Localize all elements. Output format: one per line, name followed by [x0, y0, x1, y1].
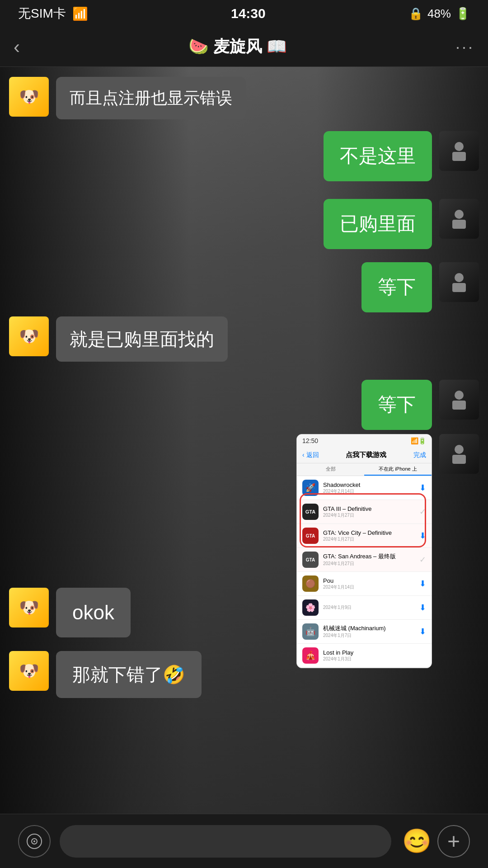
sc-tabs: 全部 不在此 iPhone 上	[297, 463, 432, 476]
message-row: 不是这里	[0, 126, 488, 187]
battery-icon: 🔋	[455, 7, 470, 21]
sc-title: 点我下载游戏	[346, 451, 386, 459]
svg-point-6	[455, 391, 464, 400]
sc-tab-all: 全部	[297, 463, 364, 476]
message-bubble: 而且点注册也显示错误	[56, 77, 246, 119]
svg-point-12	[33, 840, 35, 842]
avatar: 🐶	[9, 77, 49, 117]
status-time: 14:30	[231, 6, 266, 21]
avatar: 🐶	[9, 588, 49, 627]
sc-back: ‹ 返回	[302, 451, 319, 459]
back-button[interactable]: ‹	[14, 36, 20, 58]
message-bubble: 等下	[361, 262, 432, 312]
chat-area: 🐶 而且点注册也显示错误 不是这里 已购里面	[0, 67, 488, 814]
avatar-sent	[439, 131, 479, 171]
avatar-sent	[439, 380, 479, 420]
carrier-text: 无SIM卡	[18, 5, 66, 22]
message-bubble: 不是这里	[324, 131, 432, 181]
message-bubble: 就是已购里面找的	[56, 316, 228, 362]
message-bubble: 那就下错了🤣	[56, 651, 202, 698]
avatar: 🐶	[9, 651, 49, 691]
message-bubble: okok	[56, 588, 131, 637]
sc-app-icon: 🚀	[302, 480, 319, 496]
sc-app-info: GTA: San Andreas – 最终版 2024年1月27日	[323, 552, 419, 567]
sc-app-icon: GTA	[302, 552, 319, 568]
svg-point-0	[455, 142, 464, 151]
chat-header: ‹ 🍉 麦旋风 📖 ···	[0, 27, 488, 67]
sc-app-item-gtasa: GTA GTA: San Andreas – 最终版 2024年1月27日 ✓	[297, 548, 432, 572]
svg-rect-9	[452, 455, 466, 464]
sc-app-icon: GTA	[302, 528, 319, 544]
svg-point-8	[455, 445, 464, 454]
avatar-sent	[439, 262, 479, 302]
sc-time: 12:50	[302, 437, 318, 444]
avatar-sent	[439, 199, 479, 239]
message-row: 🐶 就是已购里面找的	[0, 311, 488, 367]
avatar: 🐶	[9, 316, 49, 356]
message-row: 等下	[0, 374, 488, 435]
message-row: 已购里面	[0, 193, 488, 255]
sc-app-info: Shadowrocket 2024年2月14日	[323, 481, 419, 495]
message-bubble: 已购里面	[324, 199, 432, 249]
svg-rect-1	[452, 152, 466, 161]
message-row: 等下	[0, 257, 488, 318]
status-right: 🔒 48% 🔋	[408, 7, 470, 21]
message-row: 🐶 而且点注册也显示错误	[0, 71, 488, 125]
message-input[interactable]	[60, 825, 391, 858]
bottom-toolbar: 😊 +	[0, 814, 488, 868]
sc-app-item: 🚀 Shadowrocket 2024年2月14日 ⬇	[297, 476, 432, 500]
battery-text: 48%	[427, 7, 451, 21]
sc-download-btn[interactable]: ⬇	[419, 483, 426, 493]
more-button[interactable]: ···	[455, 38, 474, 57]
add-button[interactable]: +	[437, 825, 470, 858]
message-bubble: 等下	[361, 380, 432, 430]
sc-app-item-gtavc: GTA GTA: Vice City – Definitive 2024年1月2…	[297, 524, 432, 548]
sc-status-bar: 12:50 📶🔋	[297, 434, 432, 447]
svg-rect-3	[452, 220, 466, 229]
chat-title: 🍉 麦旋风 📖	[188, 36, 287, 58]
sc-download-btn[interactable]: ✓	[419, 507, 426, 517]
svg-point-4	[455, 273, 464, 282]
sc-app-info: GTA: Vice City – Definitive 2024年1月27日	[323, 529, 419, 542]
voice-button[interactable]	[18, 825, 51, 858]
sc-done: 完成	[413, 451, 426, 459]
sc-tab-not-on-iphone: 不在此 iPhone 上	[364, 463, 432, 476]
sc-icons: 📶🔋	[411, 437, 426, 444]
sc-download-btn[interactable]: ⬇	[419, 531, 426, 541]
emoji-button[interactable]: 😊	[400, 825, 433, 858]
sc-header: ‹ 返回 点我下载游戏 完成	[297, 447, 432, 463]
sc-app-item-gta3: GTA GTA III – Definitive 2024年1月27日 ✓	[297, 500, 432, 524]
svg-point-2	[455, 210, 464, 219]
sc-app-info: GTA III – Definitive 2024年1月27日	[323, 505, 419, 519]
svg-rect-5	[452, 283, 466, 292]
avatar-sent	[439, 434, 479, 474]
status-left: 无SIM卡 📶	[18, 5, 88, 22]
sc-download-btn[interactable]: ✓	[419, 555, 426, 565]
sc-app-icon: GTA	[302, 504, 319, 520]
status-bar: 无SIM卡 📶 14:30 🔒 48% 🔋	[0, 0, 488, 27]
lock-icon: 🔒	[408, 7, 423, 21]
message-row: 🐶 okok	[0, 582, 488, 643]
svg-rect-7	[452, 401, 466, 410]
message-row: 🐶 那就下错了🤣	[0, 646, 488, 703]
wifi-icon: 📶	[72, 6, 88, 21]
